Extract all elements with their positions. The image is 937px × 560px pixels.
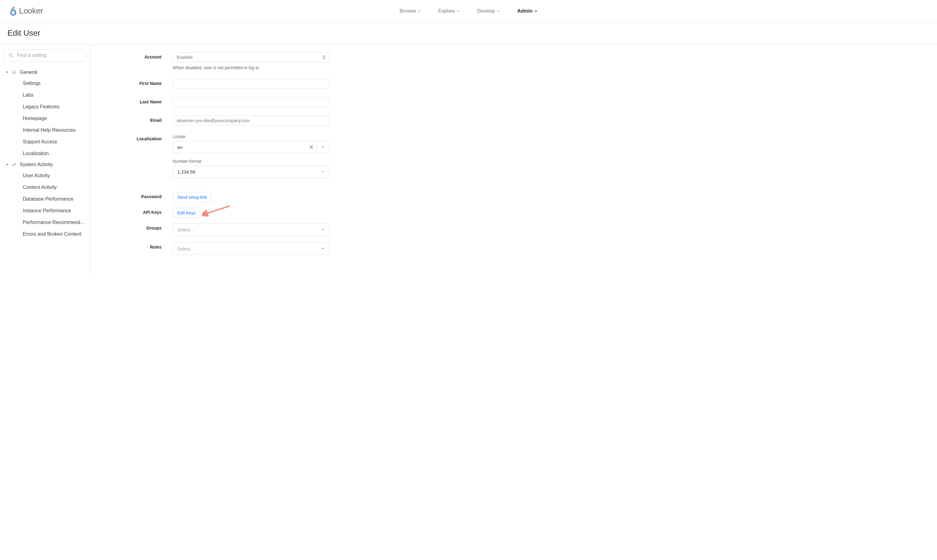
localization-label: Localization bbox=[122, 134, 162, 141]
email-field[interactable] bbox=[173, 116, 329, 126]
edit-keys-button[interactable]: Edit Keys bbox=[173, 208, 200, 218]
last-name-label: Last Name bbox=[122, 97, 162, 104]
chevron-down-icon bbox=[457, 10, 460, 12]
sidebar-item-support-access[interactable]: Support Access bbox=[23, 136, 86, 148]
caret-down-icon bbox=[321, 146, 324, 148]
sidebar-group-label: System Activity bbox=[20, 162, 53, 168]
sidebar-item-labs[interactable]: Labs bbox=[23, 89, 86, 101]
nav-browse[interactable]: Browse bbox=[399, 8, 421, 14]
account-label: Account bbox=[122, 52, 162, 59]
sidebar-search-input[interactable] bbox=[17, 52, 82, 58]
chevron-down-icon bbox=[534, 10, 538, 12]
last-name-field[interactable] bbox=[173, 97, 329, 107]
number-format-value: 1,234.56 bbox=[173, 169, 317, 174]
sidebar-item-errors-broken-content[interactable]: Errors and Broken Content bbox=[23, 228, 86, 240]
svg-line-5 bbox=[12, 56, 13, 57]
groups-dropdown-arrow[interactable] bbox=[317, 229, 329, 231]
sidebar-item-settings[interactable]: Settings bbox=[23, 77, 86, 89]
number-format-dropdown-arrow[interactable] bbox=[317, 171, 329, 172]
page-title-bar: Edit User bbox=[0, 22, 937, 45]
svg-line-7 bbox=[205, 206, 230, 214]
locale-select[interactable]: en bbox=[173, 141, 329, 153]
locale-sublabel: Locale bbox=[173, 134, 329, 139]
nav-admin[interactable]: Admin bbox=[517, 8, 538, 14]
number-format-select[interactable]: 1,234.56 bbox=[173, 166, 329, 178]
looker-logo-icon bbox=[9, 6, 17, 16]
logo-text: Looker bbox=[19, 6, 43, 16]
groups-placeholder: Select... bbox=[173, 227, 317, 232]
annotation-arrow-icon bbox=[202, 205, 233, 217]
trend-up-icon bbox=[12, 162, 17, 167]
svg-point-6 bbox=[14, 72, 15, 73]
sidebar-item-homepage[interactable]: Homepage bbox=[23, 112, 86, 124]
sidebar-item-internal-help[interactable]: Internal Help Resources bbox=[23, 124, 86, 136]
email-label: Email bbox=[122, 116, 162, 123]
logo[interactable]: Looker bbox=[9, 6, 43, 16]
locale-value: en bbox=[173, 145, 306, 150]
roles-label: Roles bbox=[122, 243, 162, 249]
header: Looker Browse Explore Develop Admin bbox=[0, 0, 937, 22]
groups-select[interactable]: Select... bbox=[173, 223, 329, 236]
caret-down-icon bbox=[321, 229, 324, 231]
number-format-sublabel: Number format bbox=[173, 159, 329, 164]
roles-dropdown-arrow[interactable] bbox=[317, 248, 329, 249]
chevron-down-icon bbox=[418, 10, 421, 12]
roles-select[interactable]: Select... bbox=[173, 243, 329, 255]
caret-down-icon bbox=[6, 71, 9, 74]
search-icon bbox=[8, 52, 14, 58]
svg-point-0 bbox=[13, 7, 14, 8]
first-name-field[interactable] bbox=[173, 79, 329, 89]
sidebar-search[interactable] bbox=[4, 49, 86, 62]
account-select[interactable]: Enabled bbox=[173, 52, 329, 62]
account-hint: When disabled, user is not permitted to … bbox=[173, 65, 329, 70]
svg-point-4 bbox=[9, 54, 12, 56]
groups-label: Groups bbox=[122, 223, 162, 231]
sidebar: General Settings Labs Legacy Features Ho… bbox=[0, 45, 91, 276]
svg-point-2 bbox=[15, 8, 16, 9]
nav-explore[interactable]: Explore bbox=[438, 8, 459, 14]
sidebar-item-instance-performance[interactable]: Instance Performance bbox=[23, 205, 86, 217]
sidebar-group-label: General bbox=[20, 69, 37, 75]
password-label: Password bbox=[122, 192, 162, 199]
svg-point-3 bbox=[11, 10, 16, 15]
sidebar-item-database-performance[interactable]: Database Performance bbox=[23, 193, 86, 205]
sidebar-item-localization[interactable]: Localization bbox=[23, 148, 86, 159]
roles-placeholder: Select... bbox=[173, 246, 317, 251]
sidebar-item-content-activity[interactable]: Content Activity bbox=[23, 182, 86, 193]
send-setup-link-button[interactable]: Send setup link bbox=[173, 192, 211, 202]
api-keys-label: API Keys bbox=[122, 208, 162, 215]
caret-down-icon bbox=[321, 248, 324, 249]
sidebar-item-legacy-features[interactable]: Legacy Features bbox=[23, 101, 86, 112]
chevron-down-icon bbox=[497, 10, 500, 12]
first-name-label: First Name bbox=[122, 79, 162, 86]
sidebar-item-performance-recommendations[interactable]: Performance Recommendati… bbox=[23, 217, 86, 228]
locale-dropdown-arrow[interactable] bbox=[317, 146, 329, 148]
sidebar-group-system-activity[interactable]: System Activity bbox=[4, 159, 86, 170]
sidebar-item-user-activity[interactable]: User Activity bbox=[23, 170, 86, 182]
main-form: Account Enabled When disabled, user is n… bbox=[91, 45, 937, 276]
locale-clear-button[interactable] bbox=[306, 145, 317, 149]
caret-down-icon bbox=[6, 163, 9, 166]
gear-icon bbox=[12, 70, 17, 75]
nav-develop[interactable]: Develop bbox=[477, 8, 500, 14]
page-title: Edit User bbox=[8, 28, 929, 38]
caret-down-icon bbox=[321, 171, 324, 172]
sidebar-group-general[interactable]: General bbox=[4, 67, 86, 77]
close-icon bbox=[309, 145, 313, 149]
top-nav: Browse Explore Develop Admin bbox=[399, 8, 538, 14]
